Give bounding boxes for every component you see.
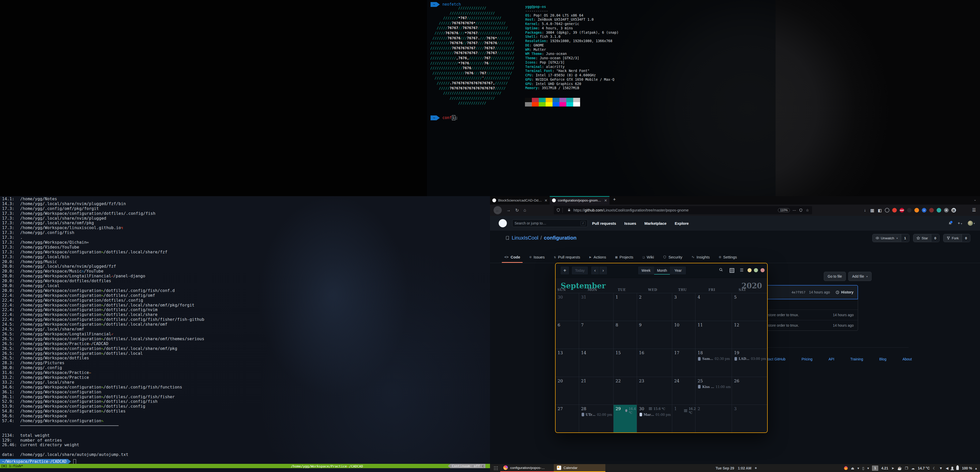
today-button[interactable]: Today <box>571 266 588 275</box>
day-cell[interactable]: 5 <box>732 293 767 321</box>
calendar-event[interactable]: UTr…02:00 pm <box>582 413 612 416</box>
hamburger-menu-icon[interactable]: ☰ <box>972 207 976 213</box>
react-devtools-icon[interactable]: ⚛ <box>944 208 948 212</box>
library-icon[interactable]: ▥ <box>870 208 875 212</box>
menu-icon[interactable]: ☰ <box>740 268 743 273</box>
taskbar-item-calendar[interactable]: Calendar <box>554 464 605 472</box>
day-cell[interactable]: 15 <box>614 349 637 376</box>
day-cell[interactable]: 18Sam…02:30 pm <box>695 349 732 376</box>
day-cell[interactable]: 22 <box>614 377 637 405</box>
wifi-icon[interactable]: ▼ <box>939 466 943 470</box>
day-cell[interactable]: 31 <box>579 293 614 321</box>
day-cell[interactable]: 10 <box>672 321 696 349</box>
repo-tab-pull-requests[interactable]: ⇅Pull requests <box>549 251 585 263</box>
tab-close-icon[interactable]: ✕ <box>544 198 547 203</box>
repo-tab-projects[interactable]: ▦Projects <box>611 251 638 263</box>
tmux-status-bar[interactable]: [0] 1:fish* /home/ygg/Workspace/Practice… <box>0 464 490 468</box>
day-cell[interactable]: 2 <box>637 293 672 321</box>
repo-tab-settings[interactable]: ⚙Settings <box>714 251 741 263</box>
new-tab-button[interactable]: + <box>609 196 619 204</box>
battery-icon[interactable] <box>956 466 959 470</box>
weather-icon[interactable]: ☁ <box>911 466 915 470</box>
history-link[interactable]: History <box>835 290 853 294</box>
day-cell[interactable]: 3 <box>672 293 696 321</box>
metamask-icon[interactable] <box>915 208 919 212</box>
day-cell[interactable]: 14 <box>579 349 614 376</box>
footer-link-api[interactable]: API <box>829 357 835 361</box>
fork-button[interactable]: Fork0 <box>943 234 970 242</box>
home-button[interactable]: ⌂ <box>523 208 526 213</box>
darkreader-icon[interactable] <box>907 208 912 212</box>
repo-tab-code[interactable]: <>Code <box>500 251 525 263</box>
browser-tab[interactable]: configuration/popos-gnom…✕ <box>550 196 609 204</box>
github-nav-marketplace[interactable]: Marketplace <box>644 221 667 225</box>
month-grid-icon[interactable] <box>730 268 734 273</box>
zoom-level-badge[interactable]: 110% <box>778 208 790 212</box>
adblock-icon[interactable]: ABP <box>900 208 904 212</box>
workspace-indicator[interactable]: 1 <box>872 466 878 471</box>
add-file-button[interactable]: Add file▾ <box>848 272 872 281</box>
day-cell[interactable]: 21 <box>579 377 614 405</box>
day-cell[interactable]: 30 <box>555 293 579 321</box>
clipboard-extension-icon[interactable]: ▤ <box>951 208 956 212</box>
weather-temp[interactable]: 14.7 °C <box>918 466 930 470</box>
view-week[interactable]: Week <box>638 266 654 274</box>
footer-link-about[interactable]: About <box>902 357 912 361</box>
sidebar-icon[interactable]: ◧ <box>877 208 882 212</box>
taskbar-item-firefox[interactable]: configuration/popos-… <box>500 464 554 472</box>
clipboard-caret-icon[interactable]: ▾ <box>867 466 869 470</box>
account-icon[interactable] <box>885 208 889 212</box>
next-month-button[interactable]: › <box>599 266 608 275</box>
tab-overflow-caret-icon[interactable]: ⌄ <box>974 198 977 201</box>
repo-tab-insights[interactable]: ∿Insights <box>687 251 714 263</box>
maximize-button[interactable] <box>754 268 758 272</box>
calendar-event[interactable]: Mar…01:00 pm <box>640 413 671 416</box>
day-cell[interactable]: 24 <box>672 377 696 405</box>
globe-extension-icon[interactable] <box>937 208 941 212</box>
user-avatar[interactable]: ▾ <box>968 221 975 226</box>
day-cell[interactable]: 13 <box>555 349 579 376</box>
eject-caret-icon[interactable]: ▾ <box>857 466 859 470</box>
fish-prompt-line-2[interactable]: ~config <box>431 115 458 120</box>
github-nav-issues[interactable]: Issues <box>624 221 636 225</box>
clipboard-icon[interactable]: ▯ <box>862 466 864 470</box>
caffeine-icon[interactable]: ☕ <box>897 466 902 470</box>
calendar-event[interactable]: LAD…03:00 pm <box>735 357 766 360</box>
day-cell[interactable]: 23 <box>637 377 672 405</box>
go-to-file-button[interactable]: Go to file <box>824 272 846 281</box>
day-cell[interactable]: 7 <box>579 321 614 349</box>
net-speed[interactable]: 4.21 <box>881 466 888 470</box>
day-cell[interactable]: 9 <box>637 321 672 349</box>
search-icon[interactable] <box>719 268 723 272</box>
day-cell[interactable]: 25Kiss …11:00 am <box>695 377 732 405</box>
footer-link-pricing[interactable]: Pricing <box>802 357 813 361</box>
repo-tab-actions[interactable]: ▶Actions <box>585 251 611 263</box>
footer-link-training[interactable]: Training <box>850 357 863 361</box>
https-lock-icon[interactable] <box>567 208 571 212</box>
new-event-button[interactable]: + <box>560 266 570 275</box>
github-nav-explore[interactable]: Explore <box>675 221 689 225</box>
night-light-icon[interactable]: ☾ <box>933 466 936 470</box>
commit-sha[interactable]: 4e7f957 <box>791 290 805 294</box>
day-cell[interactable]: 28UTr…02:00 pm <box>579 405 614 432</box>
day-cell[interactable]: 27 <box>555 405 579 432</box>
tab-close-icon[interactable]: ✕ <box>604 198 607 203</box>
tracking-protection-shield-icon[interactable] <box>556 208 560 212</box>
repo-owner-link[interactable]: LinuxIsCool <box>512 235 538 241</box>
url-text[interactable]: https://github.com/LinuxIsCool/configura… <box>573 208 778 212</box>
eject-icon[interactable]: ⏏ <box>851 466 854 470</box>
pushbullet-icon[interactable] <box>892 208 897 212</box>
prev-month-button[interactable]: ‹ <box>591 266 599 275</box>
clock[interactable]: Tue Sep 29 1:02 AM <box>716 464 757 472</box>
forward-button[interactable]: → <box>506 208 511 213</box>
volume-icon[interactable]: ◀ <box>945 466 948 470</box>
day-cell[interactable]: 2 <box>695 405 732 432</box>
reload-button[interactable]: ↻ <box>515 208 519 213</box>
applications-grid-icon[interactable] <box>493 466 498 470</box>
star-button[interactable]: Star0 <box>913 234 939 242</box>
day-cell[interactable]: 19LAD…03:00 pm <box>732 349 767 376</box>
fish-prompt-line[interactable]: ~/Workspace/Practice➳/CADCAD <box>0 459 76 464</box>
day-cell[interactable]: 17 <box>672 349 696 376</box>
browser-tab[interactable]: BlockScience/cadCAD-Od…✕ <box>490 196 550 204</box>
bookmark-star-icon[interactable]: ☆ <box>806 208 809 212</box>
